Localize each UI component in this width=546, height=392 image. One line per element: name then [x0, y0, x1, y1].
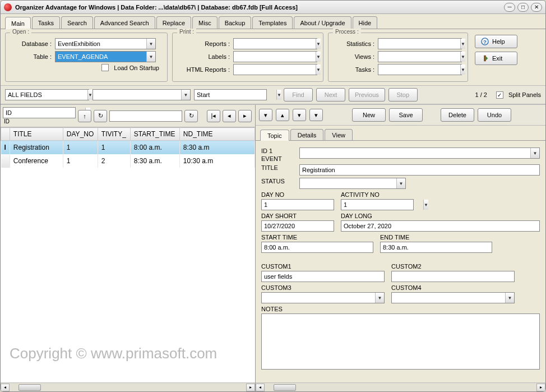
day-long-input[interactable]: [341, 220, 540, 232]
filter-field-input[interactable]: [6, 91, 87, 98]
dropdown-arrow-icon[interactable]: ▼: [530, 148, 539, 158]
tab-tasks[interactable]: Tasks: [32, 16, 60, 29]
grid-col-end[interactable]: ND_TIME: [179, 128, 255, 141]
notes-textarea[interactable]: [261, 313, 540, 370]
reports-combo[interactable]: ▼: [233, 38, 317, 49]
previous-button[interactable]: Previous: [349, 88, 385, 102]
dropdown-arrow-icon[interactable]: ▼: [375, 293, 384, 303]
dropdown-arrow-icon[interactable]: ▼: [316, 64, 321, 75]
new-button[interactable]: New: [352, 108, 386, 122]
day-no-combo[interactable]: ▼: [261, 199, 334, 210]
grid-col-marker[interactable]: [1, 128, 10, 141]
table-row[interactable]: I Registration 1 1 8:00 a.m. 8:30 a.m: [1, 141, 255, 155]
stop-button[interactable]: Stop: [388, 88, 418, 102]
save-button[interactable]: Save: [389, 108, 423, 122]
tab-backup[interactable]: Backup: [219, 16, 252, 29]
filter-mode-input[interactable]: [195, 91, 276, 98]
dropdown-arrow-icon[interactable]: ▼: [146, 39, 155, 49]
next-button[interactable]: Next: [316, 88, 345, 102]
grid-col-start[interactable]: START_TIME: [130, 128, 179, 141]
scroll-right-icon[interactable]: ▸: [246, 384, 255, 391]
minimize-button[interactable]: ─: [504, 3, 515, 12]
sort-refresh-button[interactable]: ↻: [94, 110, 107, 122]
tab-about[interactable]: About / Upgrade: [294, 16, 351, 29]
day-short-combo[interactable]: ▼: [261, 220, 334, 232]
statistics-combo[interactable]: ▼: [378, 38, 462, 49]
help-button[interactable]: ? Help: [475, 35, 517, 48]
tab-templates[interactable]: Templates: [252, 16, 293, 29]
dropdown-arrow-icon[interactable]: ▼: [276, 90, 281, 100]
custom3-combo[interactable]: ▼: [261, 292, 385, 303]
labels-combo[interactable]: ▼: [233, 51, 317, 62]
dropdown-arrow-icon[interactable]: ▼: [146, 52, 155, 62]
load-on-startup-checkbox[interactable]: [101, 64, 109, 71]
delete-button[interactable]: Delete: [441, 108, 474, 122]
end-time-input[interactable]: [380, 242, 492, 253]
tab-main[interactable]: Main: [5, 17, 31, 29]
grid-col-activity[interactable]: TIVITY_: [98, 128, 130, 141]
tab-misc[interactable]: Misc: [192, 16, 218, 29]
activity-no-combo[interactable]: ▼: [341, 199, 414, 210]
subtab-details[interactable]: Details: [290, 129, 324, 140]
dropdown-arrow-icon[interactable]: ▼: [505, 293, 514, 303]
collapse-all-button[interactable]: ▾: [259, 109, 272, 121]
scroll-left-icon[interactable]: ◂: [256, 384, 265, 391]
table-input[interactable]: [55, 53, 146, 60]
database-input[interactable]: [55, 40, 146, 47]
sort-refresh2-button[interactable]: ↻: [184, 110, 198, 122]
scroll-right-icon[interactable]: ▸: [536, 384, 545, 391]
tab-search[interactable]: Search: [61, 16, 93, 29]
table-row[interactable]: Conference 1 2 8:30 a.m. 10:30 a.m: [1, 154, 255, 168]
nav-first-button[interactable]: |◂: [207, 110, 220, 122]
custom4-combo[interactable]: ▼: [391, 292, 515, 303]
dropdown-arrow-icon[interactable]: ▼: [460, 39, 465, 49]
title-input[interactable]: [299, 164, 540, 176]
left-hscrollbar[interactable]: ◂ ▸: [1, 382, 255, 391]
nav-next-button[interactable]: ▸: [238, 110, 252, 122]
split-panels-checkbox[interactable]: ✓: [496, 91, 503, 99]
filter-mode-combo[interactable]: ▼: [194, 89, 267, 100]
event-combo[interactable]: ▼: [299, 147, 540, 159]
grid-col-dayno[interactable]: DAY_NO: [63, 128, 98, 141]
status-combo[interactable]: ▼: [299, 178, 406, 189]
custom2-input[interactable]: [391, 271, 515, 282]
dropdown-arrow-icon[interactable]: ▼: [87, 90, 92, 100]
grid-col-title[interactable]: TITLE: [10, 128, 63, 141]
maximize-button[interactable]: □: [517, 3, 529, 12]
move-down-button[interactable]: ▾: [293, 109, 306, 121]
sort-asc-button[interactable]: ↑: [78, 110, 91, 122]
undo-button[interactable]: Undo: [478, 108, 511, 122]
dropdown-arrow-icon[interactable]: ▼: [460, 52, 465, 62]
custom1-input[interactable]: [261, 271, 385, 282]
exit-button[interactable]: Exit: [475, 52, 517, 65]
sort-col1-combo[interactable]: ▼: [3, 107, 76, 118]
expand-button[interactable]: ▾: [309, 109, 323, 121]
scroll-thumb[interactable]: [274, 384, 296, 391]
close-button[interactable]: ✕: [531, 3, 542, 12]
subtab-view[interactable]: View: [325, 129, 353, 140]
filter-value-combo[interactable]: ▼: [92, 89, 191, 100]
start-time-input[interactable]: [261, 242, 373, 253]
nav-prev-button[interactable]: ◂: [223, 110, 236, 122]
tab-advanced-search[interactable]: Advanced Search: [94, 16, 155, 29]
dropdown-arrow-icon[interactable]: ▼: [423, 200, 428, 210]
dropdown-arrow-icon[interactable]: ▼: [316, 52, 321, 62]
tab-hide[interactable]: Hide: [353, 16, 378, 29]
database-combo[interactable]: ▼: [55, 38, 156, 49]
scroll-thumb[interactable]: [18, 384, 41, 391]
subtab-topic[interactable]: Topic: [260, 130, 289, 141]
sort-col2-combo[interactable]: ▼: [109, 110, 182, 122]
dropdown-arrow-icon[interactable]: ▼: [460, 64, 465, 75]
find-button[interactable]: Find: [284, 88, 313, 102]
tasks-combo[interactable]: ▼: [378, 64, 462, 75]
move-up-button[interactable]: ▴: [276, 109, 289, 121]
table-combo[interactable]: ▼: [55, 51, 156, 62]
filter-field-combo[interactable]: ▼: [5, 89, 89, 100]
dropdown-arrow-icon[interactable]: ▼: [396, 178, 405, 188]
dropdown-arrow-icon[interactable]: ▼: [181, 90, 190, 100]
filter-value-input[interactable]: [93, 91, 181, 98]
scroll-left-icon[interactable]: ◂: [1, 384, 10, 391]
data-grid[interactable]: TITLE DAY_NO TIVITY_ START_TIME ND_TIME …: [1, 127, 255, 168]
views-combo[interactable]: ▼: [378, 51, 462, 62]
tab-replace[interactable]: Replace: [156, 16, 191, 29]
